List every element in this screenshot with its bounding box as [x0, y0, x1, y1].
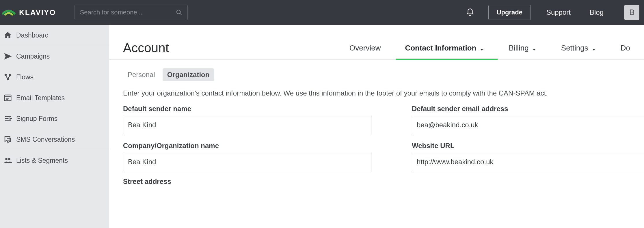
sidebar: Dashboard Campaigns Flows Email Template…	[0, 25, 109, 228]
subtab-organization[interactable]: Organization	[163, 68, 214, 81]
tab-label: Contact Information	[405, 44, 476, 53]
support-link[interactable]: Support	[546, 8, 571, 16]
sidebar-item-flows[interactable]: Flows	[0, 67, 109, 87]
tab-contact-information[interactable]: Contact Information	[405, 36, 484, 59]
label-sender-email: Default sender email address	[412, 105, 644, 113]
svg-point-5	[8, 158, 10, 160]
input-sender-email[interactable]	[412, 116, 644, 134]
upgrade-button[interactable]: Upgrade	[488, 5, 531, 20]
sidebar-item-sms-conversations[interactable]: SMS Conversations	[0, 129, 109, 150]
sidebar-item-signup-forms[interactable]: Signup Forms	[0, 108, 109, 129]
search-input[interactable]	[80, 9, 176, 16]
sidebar-item-lists-segments[interactable]: Lists & Segments	[0, 150, 109, 171]
sidebar-item-label: Lists & Segments	[16, 157, 68, 165]
flow-icon	[3, 73, 12, 81]
template-icon	[3, 94, 12, 102]
tab-extra[interactable]: Do	[621, 36, 630, 59]
svg-point-1	[9, 74, 11, 76]
notifications-icon[interactable]	[466, 8, 474, 17]
search-box[interactable]	[75, 5, 188, 20]
avatar[interactable]: B	[624, 5, 639, 20]
brand[interactable]: KLAVIYO	[0, 5, 56, 20]
home-icon	[3, 31, 12, 40]
sidebar-item-label: Email Templates	[16, 94, 65, 102]
svg-point-0	[5, 74, 7, 76]
brand-wordmark: KLAVIYO	[19, 8, 56, 17]
sidebar-item-email-templates[interactable]: Email Templates	[0, 87, 109, 108]
subtab-personal[interactable]: Personal	[123, 68, 160, 81]
account-tabs: Overview Contact Information Billing Set…	[349, 36, 630, 59]
label-street-address: Street address	[123, 177, 630, 186]
sidebar-item-label: Signup Forms	[16, 115, 57, 123]
chevron-down-icon	[532, 45, 537, 51]
chevron-down-icon	[479, 45, 484, 51]
tab-settings[interactable]: Settings	[561, 36, 596, 59]
tab-label: Settings	[561, 44, 588, 53]
chevron-down-icon	[591, 45, 596, 51]
search-icon	[176, 9, 182, 16]
form-icon	[3, 114, 12, 123]
label-website: Website URL	[412, 142, 644, 150]
svg-point-4	[5, 158, 8, 160]
sidebar-item-label: Flows	[16, 73, 33, 81]
label-sender-name: Default sender name	[123, 105, 371, 113]
tab-billing[interactable]: Billing	[509, 36, 537, 59]
contact-info-subtabs: Personal Organization	[123, 68, 630, 81]
blog-link[interactable]: Blog	[590, 8, 604, 16]
input-org-name[interactable]	[123, 153, 371, 171]
klaviyo-logo-icon	[2, 5, 16, 20]
input-website[interactable]	[412, 153, 644, 171]
label-org-name: Company/Organization name	[123, 142, 371, 150]
chat-icon	[3, 135, 12, 144]
tab-overview[interactable]: Overview	[349, 36, 381, 59]
sidebar-item-label: SMS Conversations	[16, 136, 75, 143]
sidebar-item-label: Dashboard	[16, 31, 49, 39]
sidebar-item-dashboard[interactable]: Dashboard	[0, 25, 109, 46]
sidebar-item-label: Campaigns	[16, 53, 50, 60]
people-icon	[3, 156, 12, 165]
sidebar-item-campaigns[interactable]: Campaigns	[0, 46, 109, 67]
tab-label: Overview	[349, 44, 381, 53]
tab-label: Billing	[509, 44, 528, 53]
help-text: Enter your organization's contact inform…	[123, 89, 630, 97]
svg-point-2	[7, 78, 9, 81]
page-title: Account	[123, 41, 169, 55]
input-sender-name[interactable]	[123, 116, 371, 134]
paper-plane-icon	[3, 52, 12, 61]
tab-label: Do	[621, 44, 630, 53]
